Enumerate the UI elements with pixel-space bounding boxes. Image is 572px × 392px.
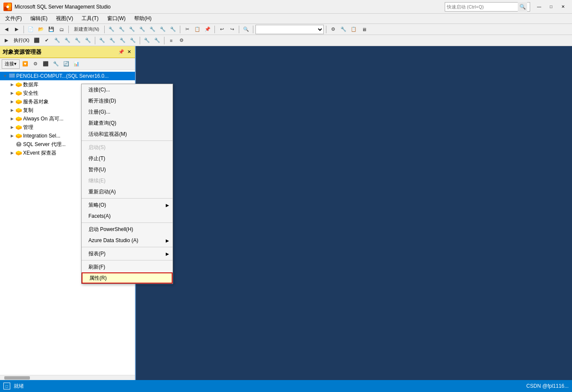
save-button[interactable]: 💾: [47, 25, 56, 34]
toolbar2-btn-12[interactable]: ⚙: [177, 36, 186, 45]
toolbar-right-1[interactable]: ⚙: [329, 25, 338, 34]
connect-button[interactable]: 连接▾: [2, 59, 20, 69]
toolbar-btn-6[interactable]: 🔧: [158, 25, 167, 34]
filter-button[interactable]: 🔽: [21, 59, 30, 69]
server-label: PENGLEI-COMPUT...(SQL Server16.0...: [16, 73, 109, 79]
menu-bar: 文件(F) 编辑(E) 视图(V) 工具(T) 窗口(W) 帮助(H): [0, 14, 572, 24]
toggle-management[interactable]: ▶: [9, 124, 15, 131]
toolbar2-btn-7[interactable]: 🔧: [118, 36, 127, 45]
toggle-server[interactable]: ▼: [2, 73, 9, 79]
ctx-connect[interactable]: 连接(C)...: [82, 84, 173, 95]
stop-refresh-button[interactable]: ⬛: [41, 59, 50, 69]
ctx-properties[interactable]: 属性(R): [82, 272, 173, 284]
ctx-policy[interactable]: 策略(O)▶: [82, 199, 173, 211]
database-dropdown[interactable]: [255, 25, 324, 34]
check-button[interactable]: ✔: [42, 36, 52, 45]
status-left: □ 就绪: [3, 383, 24, 390]
ctx-restart[interactable]: 重新启动(A): [82, 186, 173, 197]
menu-edit[interactable]: 编辑(E): [27, 14, 51, 23]
redo-button[interactable]: ↪: [227, 25, 237, 34]
toggle-security[interactable]: ▶: [9, 90, 15, 97]
toggle-alwayson[interactable]: ▶: [9, 115, 15, 122]
toolbar-btn-1[interactable]: 🔧: [107, 25, 116, 34]
explorer-close-button[interactable]: ✕: [126, 49, 132, 56]
xevent-label: XEvent 探查器: [23, 149, 56, 157]
toolbar2-btn-8[interactable]: 🔧: [128, 36, 138, 45]
summary-button[interactable]: 📊: [72, 59, 81, 69]
quick-search-button[interactable]: 🔍: [518, 2, 527, 12]
ctx-powershell[interactable]: 启动 PowerShell(H): [82, 224, 173, 235]
maximize-button[interactable]: □: [546, 2, 557, 12]
ctx-refresh[interactable]: 刷新(F): [82, 261, 173, 272]
explorer-horizontal-scrollbar[interactable]: [0, 375, 135, 380]
ctx-new-query[interactable]: 新建查询(Q): [82, 117, 173, 129]
toolbar-btn-5[interactable]: 🔧: [148, 25, 157, 34]
close-button[interactable]: ✕: [557, 2, 569, 12]
debug-button[interactable]: 🔍: [241, 25, 251, 34]
toggle-databases[interactable]: ▶: [9, 81, 15, 88]
toggle-replication[interactable]: ▶: [9, 107, 15, 114]
ctx-register[interactable]: 注册(G)...: [82, 106, 173, 117]
toolbar-btn-2[interactable]: 🔧: [117, 25, 126, 34]
toolbar2-btn-11[interactable]: ≡: [167, 36, 176, 45]
refresh-button[interactable]: 🔄: [62, 59, 71, 69]
save-all-button[interactable]: 🗂: [57, 25, 66, 34]
ctx-pause[interactable]: 暂停(U): [82, 164, 173, 175]
toolbar-right-2[interactable]: 🔧: [339, 25, 348, 34]
toolbar2-btn-10[interactable]: 🔧: [153, 36, 162, 45]
menu-file[interactable]: 文件(F): [2, 14, 25, 23]
menu-tools[interactable]: 工具(T): [78, 14, 102, 23]
back-button[interactable]: ◀: [2, 25, 11, 34]
server-objects-icon: [15, 98, 22, 105]
ctx-policy-arrow: ▶: [166, 203, 169, 208]
toolbar2-btn-6[interactable]: 🔧: [108, 36, 117, 45]
window-controls: — □ ✕: [534, 2, 569, 12]
toolbar-btn-7[interactable]: 🔧: [168, 25, 178, 34]
ctx-facets[interactable]: Facets(A): [82, 211, 173, 222]
toolbar-right-3[interactable]: 📋: [349, 25, 358, 34]
open-button[interactable]: 📂: [36, 25, 46, 34]
quick-search-input[interactable]: [445, 4, 518, 9]
toggle-xevent[interactable]: ▶: [9, 149, 15, 156]
ctx-disconnect[interactable]: 断开连接(D): [82, 95, 173, 106]
menu-window[interactable]: 窗口(W): [104, 14, 129, 23]
toggle-integration[interactable]: ▶: [9, 132, 15, 139]
forward-button[interactable]: ▶: [12, 25, 21, 34]
ctx-azure[interactable]: Azure Data Studio (A)▶: [82, 235, 173, 246]
undo-button[interactable]: ↩: [217, 25, 226, 34]
toolbar-right-4[interactable]: 🖥: [359, 25, 369, 34]
toggle-server-objects[interactable]: ▶: [9, 98, 15, 105]
ctx-activity-monitor[interactable]: 活动和监视器(M): [82, 129, 173, 140]
paste-button[interactable]: 📌: [203, 25, 212, 34]
ctx-stop-label: 停止(T): [88, 155, 105, 162]
minimize-button[interactable]: —: [534, 2, 545, 12]
toolbar-btn-3[interactable]: 🔧: [127, 25, 137, 34]
explorer-filter-button[interactable]: 🔧: [51, 59, 61, 69]
menu-view[interactable]: 视图(V): [53, 14, 76, 23]
toolbar2-btn-5[interactable]: 🔧: [97, 36, 107, 45]
databases-label: 数据库: [23, 81, 38, 88]
toolbar2-btn-9[interactable]: 🔧: [142, 36, 152, 45]
new-button[interactable]: 📄: [26, 25, 35, 34]
toolbar2-btn-4[interactable]: 🔧: [83, 36, 93, 45]
explorer-pin-button[interactable]: 📌: [118, 49, 125, 56]
ctx-start-label: 启动(S): [88, 144, 106, 151]
new-query-button[interactable]: 新建查询(N): [71, 25, 102, 34]
toolbar-btn-4[interactable]: 🔧: [138, 25, 147, 34]
toolbar2-btn-2[interactable]: 🔧: [63, 36, 72, 45]
toolbar-sep-7: [253, 26, 253, 33]
cut-button[interactable]: ✂: [182, 25, 192, 34]
copy-button[interactable]: 📋: [193, 25, 202, 34]
ctx-reports[interactable]: 报表(P)▶: [82, 248, 173, 259]
scrollbar-thumb[interactable]: [4, 376, 30, 380]
filter-settings-button[interactable]: ⚙: [31, 59, 40, 69]
toolbar2-btn-1[interactable]: 🔧: [53, 36, 62, 45]
exec-arrow-button[interactable]: ▶: [2, 36, 11, 45]
quick-search-box[interactable]: 🔍: [445, 2, 530, 12]
ctx-stop[interactable]: 停止(T): [82, 153, 173, 164]
menu-help[interactable]: 帮助(H): [131, 14, 155, 23]
stop-button[interactable]: ⬛: [32, 36, 41, 45]
replication-icon: [15, 107, 22, 114]
tree-node-server[interactable]: ▼ PENGLEI-COMPUT...(SQL Server16.0...: [0, 72, 135, 80]
toolbar2-btn-3[interactable]: 🔧: [73, 36, 82, 45]
